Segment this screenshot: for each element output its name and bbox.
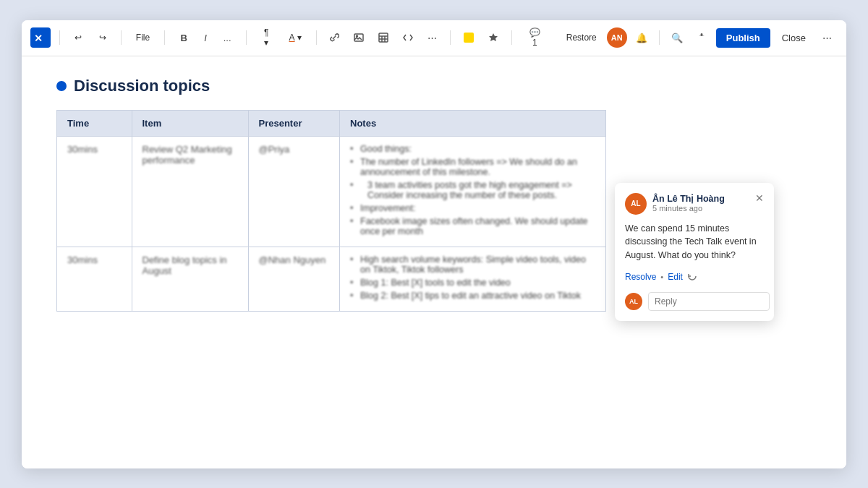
row2-note-0: High search volume keywords: Simple vide…: [350, 254, 595, 275]
svg-text:✕: ✕: [34, 33, 43, 44]
notification-button[interactable]: 🔔: [631, 27, 652, 48]
highlight-button[interactable]: [459, 27, 478, 48]
row2-note-2: Blog 2: Best [X] tips to edit an attract…: [350, 291, 595, 301]
comment-avatar: AL: [625, 193, 647, 215]
comment-user-details: Ân Lê Thị Hoàng 5 minutes ago: [652, 193, 725, 213]
insert-code-button[interactable]: [399, 27, 417, 48]
restore-button[interactable]: Restore: [561, 27, 603, 48]
app-logo: ✕: [30, 27, 51, 48]
comment-user-info: AL Ân Lê Thị Hoàng 5 minutes ago: [625, 193, 725, 215]
comment-body: We can spend 15 minutes discussing the T…: [625, 222, 764, 262]
user-avatar: AN: [607, 27, 627, 48]
page-title-row: Discussion topics: [56, 77, 812, 95]
row1-notes: Good things: The number of LinkedIn foll…: [340, 136, 606, 247]
redo-icon: ↪: [99, 33, 106, 43]
row1-presenter: @Priya: [248, 136, 340, 247]
divider-3: [164, 30, 165, 45]
toolbar: ✕ ↩ ↪ File B I ... ¶ ▾ A ▾: [22, 20, 846, 56]
row1-note-1: The number of LinkedIn followers => We s…: [350, 157, 595, 177]
publish-button[interactable]: Publish: [716, 28, 770, 48]
comment-header: AL Ân Lê Thị Hoàng 5 minutes ago ✕: [625, 193, 764, 215]
format-group: B I ...: [174, 27, 237, 48]
divider-5: [316, 30, 317, 45]
row1-note-4: Facebook image sizes often changed. We s…: [350, 216, 595, 236]
col-item: Item: [132, 110, 248, 136]
divider-4: [246, 30, 247, 45]
table-row: 30mins Define blog topics in August @Nha…: [57, 247, 606, 311]
blue-dot-icon: [56, 81, 67, 91]
insert-more-button[interactable]: ⋯: [423, 27, 442, 48]
col-notes: Notes: [340, 110, 606, 136]
paragraph-button[interactable]: ¶ ▾: [255, 27, 278, 48]
reply-avatar: AL: [625, 293, 642, 310]
row2-item: Define blog topics in August: [132, 247, 248, 311]
table-row: 30mins Review Q2 Marketing performance @…: [57, 136, 606, 247]
row2-time: 30mins: [57, 247, 132, 311]
row2-presenter: @Nhan Nguyen: [248, 247, 340, 311]
row1-time: 30mins: [57, 136, 132, 247]
insert-link-button[interactable]: [326, 27, 344, 48]
app-window: ✕ ↩ ↪ File B I ... ¶ ▾ A ▾: [22, 20, 846, 468]
toolbar-right: Restore AN 🔔 🔍 Publish Close ⋯: [561, 27, 838, 48]
svg-point-3: [357, 35, 358, 37]
fill-button[interactable]: [484, 27, 503, 48]
col-presenter: Presenter: [248, 110, 340, 136]
row2-notes-list: High search volume keywords: Simple vide…: [350, 254, 595, 301]
search-button[interactable]: 🔍: [667, 27, 687, 48]
comment-count-button[interactable]: 💬 1: [521, 27, 549, 48]
resolve-button[interactable]: Resolve: [625, 272, 656, 282]
comment-actions: Resolve • Edit: [625, 271, 764, 283]
row1-notes-list: Good things: The number of LinkedIn foll…: [350, 144, 595, 236]
row1-item: Review Q2 Marketing performance: [132, 136, 248, 247]
bold-button[interactable]: B: [174, 27, 194, 48]
divider-7: [511, 30, 512, 45]
file-button[interactable]: File: [130, 27, 156, 48]
close-button[interactable]: Close: [775, 28, 813, 48]
text-color-button[interactable]: A ▾: [284, 27, 307, 48]
undo-button[interactable]: ↩: [69, 27, 88, 48]
comment-user-name: Ân Lê Thị Hoàng: [652, 193, 725, 204]
divider-8: [659, 30, 660, 45]
col-time: Time: [57, 110, 132, 136]
insert-image-button[interactable]: [349, 27, 368, 48]
comment-reply-section: AL: [625, 292, 764, 311]
undo-icon: ↩: [75, 33, 82, 43]
table-head: Time Item Presenter Notes: [57, 110, 606, 136]
insert-table-button[interactable]: [374, 27, 393, 48]
comment-panel: AL Ân Lê Thị Hoàng 5 minutes ago ✕ We ca…: [615, 183, 774, 321]
action-separator: •: [660, 273, 663, 281]
accessibility-button[interactable]: [692, 27, 712, 48]
reply-input[interactable]: [648, 292, 770, 311]
row1-note-2: 3 team activities posts got the high eng…: [350, 180, 595, 200]
row2-note-1: Blog 1: Best [X] tools to edit the video: [350, 278, 595, 288]
discussion-table: Time Item Presenter Notes 30mins Review …: [56, 110, 606, 312]
page-title: Discussion topics: [74, 77, 210, 95]
row1-note-3: Improvement:: [350, 203, 595, 213]
more-format-button[interactable]: ...: [217, 27, 237, 48]
italic-button[interactable]: I: [195, 27, 216, 48]
table-body: 30mins Review Q2 Marketing performance @…: [57, 136, 606, 311]
svg-rect-4: [379, 33, 388, 42]
table-header-row: Time Item Presenter Notes: [57, 110, 606, 136]
row2-notes: High search volume keywords: Simple vide…: [340, 247, 606, 311]
divider-1: [59, 30, 60, 45]
row1-note-0: Good things:: [350, 144, 595, 154]
comment-time: 5 minutes ago: [652, 204, 725, 213]
redo-button[interactable]: ↪: [93, 27, 112, 48]
edit-button[interactable]: Edit: [668, 272, 683, 282]
comment-close-button[interactable]: ✕: [755, 193, 764, 203]
divider-2: [121, 30, 122, 45]
content-area: Discussion topics Time Item Presenter No…: [22, 56, 846, 468]
more-options-button[interactable]: ⋯: [817, 27, 838, 48]
refresh-button[interactable]: [687, 271, 697, 283]
svg-rect-9: [464, 33, 474, 43]
divider-6: [450, 30, 451, 45]
